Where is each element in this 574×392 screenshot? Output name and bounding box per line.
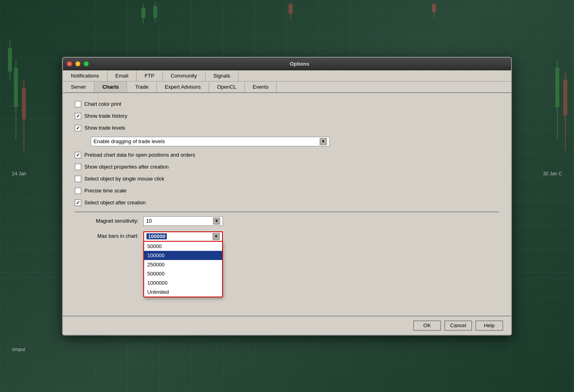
tab-ftp[interactable]: FTP: [137, 70, 163, 81]
tab-opencl[interactable]: OpenCL: [209, 82, 244, 92]
content-area: Chart color print Show trade history Sho…: [63, 93, 511, 316]
svg-rect-13: [8, 48, 12, 72]
max-bars-row: Max bars in chart: 100000 ▼ 50000 100000…: [75, 231, 499, 241]
magnet-sensitivity-dropdown[interactable]: 10 ▼: [143, 216, 223, 226]
option-select-object-after-creation: Select object after creation: [75, 200, 499, 206]
checkbox-select-object-single-click[interactable]: [75, 176, 81, 182]
tab-email[interactable]: Email: [107, 70, 137, 81]
trade-levels-value: Enable dragging of trade levels: [94, 138, 165, 144]
max-bars-dropdown-list[interactable]: 50000 100000 250000 500000 1000000: [143, 241, 223, 297]
help-button[interactable]: Help: [475, 320, 503, 331]
trade-levels-dropdown-row: Enable dragging of trade levels ▼: [91, 137, 499, 146]
max-bars-label: Max bars in chart:: [75, 233, 139, 239]
footer: OK Cancel Help: [63, 316, 511, 335]
max-bars-dropdown[interactable]: 100000 ▼: [143, 231, 223, 241]
checkbox-select-object-after-creation[interactable]: [75, 200, 81, 206]
option-precise-time-scale: Precise time scale: [75, 188, 499, 194]
tabs-row-1: Notifications Email FTP Community Signal…: [63, 70, 511, 82]
magnet-sensitivity-arrow-icon: ▼: [213, 217, 220, 225]
svg-rect-15: [555, 68, 559, 107]
max-bars-option-1000000[interactable]: 1000000: [144, 278, 222, 287]
chart-label-bottom-left: omput: [12, 347, 25, 352]
tab-signals[interactable]: Signals: [205, 70, 239, 81]
ok-button[interactable]: OK: [413, 320, 441, 331]
tab-trade[interactable]: Trade: [127, 82, 156, 92]
magnet-sensitivity-label: Magnet sensitivity:: [75, 218, 139, 224]
label-select-object-single-click: Select object by single mouse click: [84, 176, 164, 182]
label-show-object-properties: Show object properties after creation: [84, 164, 169, 170]
svg-rect-7: [432, 4, 436, 12]
label-select-object-after-creation: Select object after creation: [84, 200, 146, 206]
label-show-trade-history: Show trade history: [84, 113, 127, 119]
svg-rect-17: [563, 80, 567, 115]
trade-levels-dropdown[interactable]: Enable dragging of trade levels ▼: [91, 137, 330, 146]
tab-charts[interactable]: Charts: [94, 82, 127, 92]
maximize-button[interactable]: [84, 61, 89, 66]
chart-label-left: 24 Jan: [12, 171, 26, 177]
option-show-trade-levels: Show trade levels: [75, 125, 499, 131]
separator: [75, 212, 499, 212]
tab-community[interactable]: Community: [163, 70, 205, 81]
cancel-button[interactable]: Cancel: [444, 320, 472, 331]
max-bars-option-500000[interactable]: 500000: [144, 269, 222, 278]
magnet-sensitivity-value: 10: [146, 218, 152, 224]
max-bars-value: 100000: [146, 233, 167, 239]
checkbox-show-trade-levels[interactable]: [75, 125, 81, 131]
tab-expert-advisors[interactable]: Expert Advisors: [157, 82, 209, 92]
checkbox-chart-color-print[interactable]: [75, 101, 81, 107]
checkbox-precise-time-scale[interactable]: [75, 188, 81, 194]
label-precise-time-scale: Precise time scale: [84, 188, 126, 194]
label-preload-chart-data: Preload chart data for open positions an…: [84, 152, 195, 158]
tab-notifications[interactable]: Notifications: [63, 70, 107, 81]
max-bars-container: 100000 ▼ 50000 100000 250000 500000: [143, 231, 223, 241]
options-window: Options Notifications Email FTP Communit…: [62, 57, 512, 336]
titlebar: Options: [63, 58, 511, 70]
checkbox-show-object-properties[interactable]: [75, 164, 81, 170]
max-bars-option-50000[interactable]: 50000: [144, 242, 222, 251]
option-show-trade-history: Show trade history: [75, 113, 499, 119]
option-preload-chart-data: Preload chart data for open positions an…: [75, 152, 499, 158]
tab-server[interactable]: Server: [63, 82, 94, 92]
svg-rect-5: [289, 4, 293, 14]
window-title: Options: [92, 61, 507, 67]
svg-rect-3: [153, 6, 157, 18]
svg-rect-11: [22, 87, 26, 119]
checkbox-preload-chart-data[interactable]: [75, 152, 81, 158]
label-chart-color-print: Chart color print: [84, 101, 121, 107]
svg-rect-9: [14, 68, 18, 107]
close-button[interactable]: [67, 61, 72, 66]
max-bars-arrow-icon: ▼: [213, 233, 220, 240]
max-bars-option-unlimited[interactable]: Unlimited: [144, 287, 222, 297]
max-bars-option-100000[interactable]: 100000: [144, 251, 222, 260]
option-show-object-properties: Show object properties after creation: [75, 164, 499, 170]
tab-events[interactable]: Events: [245, 82, 277, 92]
label-show-trade-levels: Show trade levels: [84, 125, 125, 131]
max-bars-option-250000[interactable]: 250000: [144, 260, 222, 269]
minimize-button[interactable]: [75, 61, 80, 66]
chart-label-right: 30 Jan C: [543, 171, 562, 177]
option-select-object-single-click: Select object by single mouse click: [75, 176, 499, 182]
checkbox-show-trade-history[interactable]: [75, 113, 81, 119]
svg-rect-1: [141, 8, 145, 18]
tabs-row-2: Server Charts Trade Expert Advisors Open…: [63, 82, 511, 93]
trade-levels-arrow-icon: ▼: [320, 138, 327, 145]
magnet-sensitivity-row: Magnet sensitivity: 10 ▼: [75, 216, 499, 226]
option-chart-color-print: Chart color print: [75, 101, 499, 107]
